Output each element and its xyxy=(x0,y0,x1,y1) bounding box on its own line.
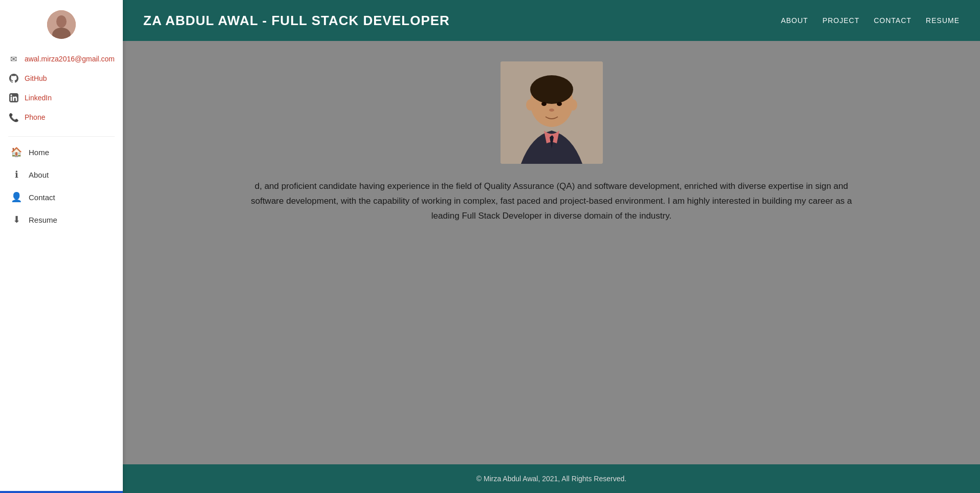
contact-icon: 👤 xyxy=(10,191,23,203)
nav-resume[interactable]: RESUME xyxy=(926,16,960,25)
profile-photo xyxy=(500,61,603,164)
nav-about[interactable]: ABOUT xyxy=(781,16,808,25)
email-link[interactable]: ✉ awal.mirza2016@gmail.com xyxy=(8,49,115,69)
resume-icon: ⬇ xyxy=(10,213,23,226)
navbar: ZA ABDUL AWAL - FULL STACK DEVELOPER ABO… xyxy=(123,0,980,41)
footer: © Mirza Abdul Awal, 2021, All Rights Res… xyxy=(123,464,980,493)
nav-contact[interactable]: CONTACT xyxy=(874,16,911,25)
email-text: awal.mirza2016@gmail.com xyxy=(25,55,115,63)
linkedin-link[interactable]: LinkedIn xyxy=(8,88,115,108)
github-link[interactable]: GitHub xyxy=(8,69,115,88)
sidebar-item-home[interactable]: 🏠 Home xyxy=(8,141,115,163)
svg-point-1 xyxy=(56,15,67,28)
linkedin-text: LinkedIn xyxy=(25,94,52,102)
svg-point-8 xyxy=(541,102,547,106)
phone-link[interactable]: 📞 Phone xyxy=(8,108,115,127)
sidebar-item-contact[interactable]: 👤 Contact xyxy=(8,186,115,208)
sidebar-contact-label: Contact xyxy=(29,193,55,202)
divider xyxy=(8,136,115,137)
footer-copyright: © Mirza Abdul Awal, 2021, All Rights Res… xyxy=(476,475,626,483)
about-icon: ℹ xyxy=(10,168,23,181)
sidebar-home-label: Home xyxy=(29,148,49,157)
about-text: d, and proficient candidate having exper… xyxy=(245,179,859,224)
home-icon: 🏠 xyxy=(10,146,23,158)
navbar-links: ABOUT PROJECT CONTACT RESUME xyxy=(781,16,960,25)
svg-point-7 xyxy=(569,99,577,111)
navbar-title: ZA ABDUL AWAL - FULL STACK DEVELOPER xyxy=(143,13,450,29)
sidebar: ✉ awal.mirza2016@gmail.com GitHub Linked… xyxy=(0,0,123,493)
content-area: d, and proficient candidate having exper… xyxy=(123,41,980,464)
contact-section: ✉ awal.mirza2016@gmail.com GitHub Linked… xyxy=(0,49,123,127)
nav-project[interactable]: PROJECT xyxy=(822,16,859,25)
phone-text: Phone xyxy=(25,113,45,121)
svg-point-10 xyxy=(549,109,554,112)
sidebar-about-label: About xyxy=(29,170,49,179)
sidebar-resume-label: Resume xyxy=(29,216,57,224)
svg-point-6 xyxy=(526,99,534,111)
email-icon: ✉ xyxy=(8,53,19,65)
svg-point-5 xyxy=(530,75,573,104)
main-wrapper: ZA ABDUL AWAL - FULL STACK DEVELOPER ABO… xyxy=(123,0,980,493)
linkedin-icon xyxy=(8,92,19,103)
github-icon xyxy=(8,73,19,84)
nav-section: 🏠 Home ℹ About 👤 Contact ⬇ Resume xyxy=(0,141,123,231)
sidebar-item-about[interactable]: ℹ About xyxy=(8,163,115,186)
github-text: GitHub xyxy=(25,74,47,82)
avatar xyxy=(47,10,76,39)
svg-point-9 xyxy=(557,102,562,106)
bottom-accent-bar xyxy=(0,491,123,493)
sidebar-item-resume[interactable]: ⬇ Resume xyxy=(8,208,115,231)
phone-icon: 📞 xyxy=(8,112,19,123)
